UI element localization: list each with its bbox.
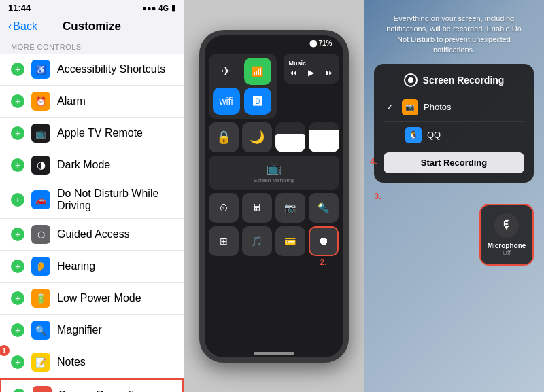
list-item[interactable]: + 📺 Apple TV Remote (0, 118, 184, 149)
bluetooth-tile[interactable]: 🅱 (244, 88, 271, 115)
next-icon[interactable]: ⏭ (326, 68, 334, 77)
item-icon-low-power: 🔋 (31, 289, 50, 308)
item-icon-notes: 📝 (31, 353, 50, 372)
mic-sublabel: Off (503, 249, 511, 256)
cellular-tile[interactable]: 📶 (244, 58, 271, 85)
list-item[interactable]: + 👂 Hearing (0, 251, 184, 283)
add-icon: + (12, 389, 26, 392)
checkmark-icon: ✓ (386, 102, 394, 112)
torch-icon: 🔦 (318, 202, 329, 213)
item-label-screen-recording: Screen Recording (58, 389, 171, 392)
brightness-slider[interactable] (309, 122, 339, 152)
brightness-fill (309, 130, 339, 152)
add-icon: + (11, 355, 24, 369)
item-icon-hearing: 👂 (31, 257, 50, 276)
screen-recording-popup: Screen Recording ✓ 📷 Photos 🐧 QQ 4. Star… (374, 64, 534, 183)
back-label: Back (13, 20, 37, 33)
control-center: ✈ 📶 wifi 🅱 Music ⏮ (205, 50, 343, 260)
qq-label: QQ (427, 130, 441, 140)
timer-tile[interactable]: ⏲ (209, 193, 239, 223)
back-button[interactable]: ‹ Back (8, 20, 37, 33)
music-label: Music (289, 60, 334, 67)
screen-record-icon: ⏺ (318, 235, 329, 247)
item-label-alarm: Alarm (57, 95, 173, 107)
status-bar: 11:44 ●●● 4G ▮ (0, 0, 184, 16)
add-icon: + (11, 63, 24, 76)
list-item[interactable]: + ◑ Dark Mode (0, 149, 184, 181)
waveform-tile[interactable]: 🎵 (242, 226, 272, 256)
item-label-guided-access: Guided Access (57, 228, 173, 240)
qq-icon-char: 🐧 (409, 130, 418, 139)
camera-tile[interactable]: 📷 (275, 193, 305, 223)
step-2-badge: 2. (320, 257, 326, 267)
screen-mirroring-tile[interactable]: 📺 Screen Mirroring (209, 156, 339, 190)
prev-icon[interactable]: ⏮ (289, 68, 297, 77)
list-item[interactable]: + ♿ Accessibility Shortcuts (0, 54, 184, 86)
list-item[interactable]: + ⬡ Guided Access (0, 219, 184, 251)
popup-item-qq[interactable]: 🐧 QQ (384, 122, 524, 149)
item-icon-guided-access: ⬡ (31, 225, 50, 244)
qr-tile[interactable]: ⊞ (209, 226, 239, 256)
moon-icon: 🌙 (250, 130, 265, 145)
add-icon: + (11, 193, 24, 207)
lock-rotation-tile[interactable]: 🔒 (209, 122, 239, 152)
play-icon[interactable]: ▶ (308, 68, 314, 77)
mic-icon: 🎙 (494, 213, 519, 238)
item-icon-accessibility: ♿ (31, 60, 50, 79)
calculator-tile[interactable]: 🖩 (242, 193, 272, 223)
cc-row-1: ✈ 📶 wifi 🅱 Music ⏮ (209, 54, 339, 119)
start-recording-button[interactable]: Start Recording (384, 152, 524, 173)
wifi-tile[interactable]: wifi (213, 88, 240, 115)
popup-item-photos[interactable]: ✓ 📷 Photos (384, 94, 524, 122)
step-3-badge: 3. (374, 191, 381, 201)
popup-title-text: Screen Recording (423, 75, 505, 86)
list-item[interactable]: + 🚗 Do Not Disturb While Driving (0, 181, 184, 219)
add-icon: + (11, 126, 24, 140)
item-icon-dark-mode: ◑ (31, 156, 50, 175)
network-icon: 4G (158, 4, 169, 12)
item-label-dndd: Do Not Disturb While Driving (57, 188, 173, 212)
battery-icon: ▮ (171, 3, 175, 12)
item-label-magnifier: Magnifier (57, 324, 173, 336)
qr-icon: ⊞ (220, 236, 228, 247)
bluetooth-icon: 🅱 (253, 96, 262, 107)
item-label-hearing: Hearing (57, 260, 173, 272)
list-item[interactable]: + 🔍 Magnifier (0, 315, 184, 346)
microphone-button[interactable]: 🎙 Microphone Off (479, 204, 534, 266)
popup-title: Screen Recording (384, 73, 524, 87)
microphone-container: 3. 🎙 Microphone Off (374, 191, 534, 266)
list-item[interactable]: + 🔋 Low Power Mode (0, 283, 184, 315)
add-icon: + (11, 291, 24, 305)
torch-tile[interactable]: 🔦 (309, 193, 339, 223)
add-icon: + (11, 323, 24, 337)
screen-record-tile[interactable]: ⏺ 2. (309, 226, 339, 256)
cc-row-3: 📺 Screen Mirroring (209, 156, 339, 190)
nav-title: Customize (63, 20, 121, 33)
section-header: MORE CONTROLS (0, 37, 184, 54)
add-icon: + (11, 158, 24, 172)
cc-row-4: ⏲ 🖩 📷 🔦 (209, 193, 339, 223)
list-item-screen-recording[interactable]: + ⏺ Screen Recording (0, 378, 184, 392)
lock-icon: 🔒 (216, 130, 231, 145)
microphone-icon: 🎙 (500, 218, 513, 232)
list-item-notes[interactable]: 1 + 📝 Notes (0, 346, 184, 378)
start-recording-container: 4. Start Recording (384, 149, 524, 173)
music-tile: Music ⏮ ▶ ⏭ (284, 54, 339, 84)
item-icon-screen-recording: ⏺ (33, 386, 52, 392)
airplane-tile[interactable]: ✈ (213, 58, 240, 85)
middle-panel: ⬤ 71% ✈ 📶 wifi 🅱 (184, 0, 364, 392)
wallet-tile[interactable]: 💳 (275, 226, 305, 256)
add-icon: + (11, 260, 24, 273)
home-indicator[interactable] (254, 352, 294, 355)
volume-slider[interactable] (275, 122, 306, 152)
item-label-dark-mode: Dark Mode (57, 159, 173, 171)
volume-fill (275, 134, 306, 152)
airplane-icon: ✈ (221, 64, 231, 79)
list-item[interactable]: + ⏰ Alarm (0, 86, 184, 118)
chevron-left-icon: ‹ (8, 20, 12, 33)
step-4-badge: 4. (370, 156, 377, 166)
cc-row-5: ⊞ 🎵 💳 ⏺ 2. (209, 226, 339, 256)
status-time: 11:44 (8, 3, 31, 13)
do-not-disturb-tile[interactable]: 🌙 (242, 122, 272, 152)
item-icon-dndd: 🚗 (31, 190, 50, 209)
